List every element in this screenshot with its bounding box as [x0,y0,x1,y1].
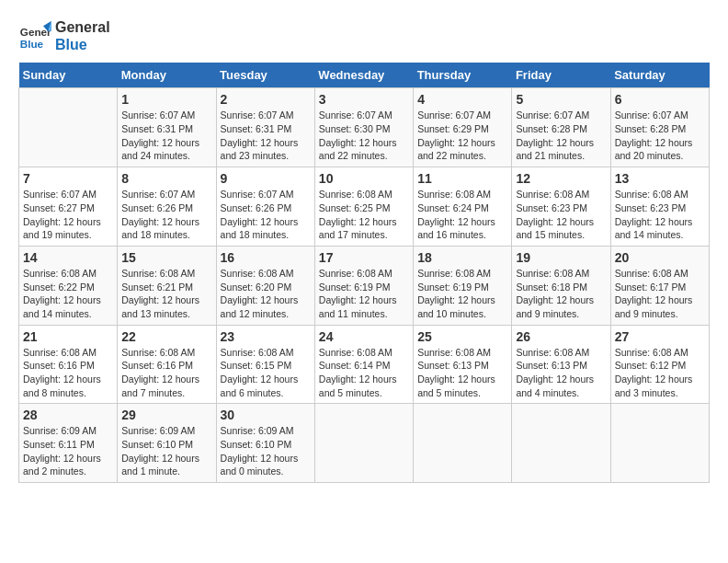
day-info: Sunrise: 6:08 AM Sunset: 6:25 PM Dayligh… [319,188,409,242]
week-row-1: 1Sunrise: 6:07 AM Sunset: 6:31 PM Daylig… [19,88,710,167]
day-info: Sunrise: 6:08 AM Sunset: 6:21 PM Dayligh… [121,267,211,321]
day-info: Sunrise: 6:07 AM Sunset: 6:26 PM Dayligh… [221,188,311,242]
calendar-cell: 25Sunrise: 6:08 AM Sunset: 6:13 PM Dayli… [414,325,512,404]
calendar-cell: 26Sunrise: 6:08 AM Sunset: 6:13 PM Dayli… [512,325,610,404]
day-info: Sunrise: 6:07 AM Sunset: 6:31 PM Dayligh… [221,109,311,163]
calendar-cell [610,404,709,483]
day-number: 8 [121,171,211,186]
day-number: 27 [615,329,705,344]
calendar-cell: 9Sunrise: 6:07 AM Sunset: 6:26 PM Daylig… [216,167,314,247]
day-info: Sunrise: 6:07 AM Sunset: 6:31 PM Dayligh… [121,109,211,163]
day-number: 6 [615,92,705,107]
day-number: 5 [516,92,606,107]
calendar-cell [512,404,610,483]
day-info: Sunrise: 6:09 AM Sunset: 6:11 PM Dayligh… [23,424,113,478]
day-number: 2 [221,92,311,107]
calendar-cell: 29Sunrise: 6:09 AM Sunset: 6:10 PM Dayli… [118,404,216,483]
calendar-cell: 15Sunrise: 6:08 AM Sunset: 6:21 PM Dayli… [118,246,216,325]
day-number: 22 [121,329,211,344]
day-info: Sunrise: 6:08 AM Sunset: 6:17 PM Dayligh… [615,267,705,321]
day-info: Sunrise: 6:08 AM Sunset: 6:12 PM Dayligh… [615,346,705,400]
calendar-cell: 30Sunrise: 6:09 AM Sunset: 6:10 PM Dayli… [216,404,314,483]
day-info: Sunrise: 6:08 AM Sunset: 6:19 PM Dayligh… [417,267,507,321]
day-number: 11 [417,171,507,186]
calendar-cell [414,404,512,483]
day-number: 10 [319,171,409,186]
day-number: 21 [23,329,113,344]
day-header-friday: Friday [512,63,610,88]
day-info: Sunrise: 6:08 AM Sunset: 6:23 PM Dayligh… [516,188,606,242]
calendar-cell: 7Sunrise: 6:07 AM Sunset: 6:27 PM Daylig… [19,167,118,247]
day-header-tuesday: Tuesday [216,63,314,88]
day-info: Sunrise: 6:07 AM Sunset: 6:27 PM Dayligh… [23,188,113,242]
week-row-5: 28Sunrise: 6:09 AM Sunset: 6:11 PM Dayli… [19,404,710,483]
day-number: 25 [417,329,507,344]
day-info: Sunrise: 6:07 AM Sunset: 6:29 PM Dayligh… [417,109,507,163]
day-info: Sunrise: 6:08 AM Sunset: 6:18 PM Dayligh… [516,267,606,321]
day-info: Sunrise: 6:08 AM Sunset: 6:16 PM Dayligh… [23,346,113,400]
calendar-cell [314,404,413,483]
day-number: 13 [615,171,705,186]
day-number: 20 [615,250,705,265]
week-row-4: 21Sunrise: 6:08 AM Sunset: 6:16 PM Dayli… [19,325,710,404]
day-number: 7 [23,171,113,186]
day-number: 18 [417,250,507,265]
calendar-cell: 11Sunrise: 6:08 AM Sunset: 6:24 PM Dayli… [414,167,512,247]
calendar-cell: 10Sunrise: 6:08 AM Sunset: 6:25 PM Dayli… [314,167,413,247]
day-number: 1 [121,92,211,107]
calendar-cell: 2Sunrise: 6:07 AM Sunset: 6:31 PM Daylig… [216,88,314,167]
logo-general: General [55,18,110,36]
day-number: 24 [319,329,409,344]
calendar-cell: 8Sunrise: 6:07 AM Sunset: 6:26 PM Daylig… [118,167,216,247]
day-info: Sunrise: 6:08 AM Sunset: 6:13 PM Dayligh… [516,346,606,400]
day-number: 3 [319,92,409,107]
calendar-cell: 27Sunrise: 6:08 AM Sunset: 6:12 PM Dayli… [610,325,709,404]
calendar-cell: 23Sunrise: 6:08 AM Sunset: 6:15 PM Dayli… [216,325,314,404]
calendar-cell: 3Sunrise: 6:07 AM Sunset: 6:30 PM Daylig… [314,88,413,167]
day-info: Sunrise: 6:08 AM Sunset: 6:23 PM Dayligh… [615,188,705,242]
calendar-cell: 28Sunrise: 6:09 AM Sunset: 6:11 PM Dayli… [19,404,118,483]
day-number: 17 [319,250,409,265]
calendar-cell: 17Sunrise: 6:08 AM Sunset: 6:19 PM Dayli… [314,246,413,325]
calendar-cell: 12Sunrise: 6:08 AM Sunset: 6:23 PM Dayli… [512,167,610,247]
svg-text:Blue: Blue [20,38,44,50]
day-info: Sunrise: 6:08 AM Sunset: 6:20 PM Dayligh… [221,267,311,321]
day-number: 9 [221,171,311,186]
header-row: SundayMondayTuesdayWednesdayThursdayFrid… [19,63,710,88]
day-info: Sunrise: 6:08 AM Sunset: 6:16 PM Dayligh… [121,346,211,400]
day-number: 16 [221,250,311,265]
day-number: 12 [516,171,606,186]
day-info: Sunrise: 6:07 AM Sunset: 6:30 PM Dayligh… [319,109,409,163]
day-info: Sunrise: 6:08 AM Sunset: 6:22 PM Dayligh… [23,267,113,321]
day-number: 14 [23,250,113,265]
day-header-monday: Monday [118,63,216,88]
calendar-cell: 14Sunrise: 6:08 AM Sunset: 6:22 PM Dayli… [19,246,118,325]
day-number: 29 [121,408,211,422]
day-header-wednesday: Wednesday [314,63,413,88]
day-number: 4 [417,92,507,107]
week-row-3: 14Sunrise: 6:08 AM Sunset: 6:22 PM Dayli… [19,246,710,325]
calendar-cell: 1Sunrise: 6:07 AM Sunset: 6:31 PM Daylig… [118,88,216,167]
day-number: 19 [516,250,606,265]
calendar-cell: 6Sunrise: 6:07 AM Sunset: 6:28 PM Daylig… [610,88,709,167]
calendar-cell: 18Sunrise: 6:08 AM Sunset: 6:19 PM Dayli… [414,246,512,325]
calendar-cell: 21Sunrise: 6:08 AM Sunset: 6:16 PM Dayli… [19,325,118,404]
week-row-2: 7Sunrise: 6:07 AM Sunset: 6:27 PM Daylig… [19,167,710,247]
day-info: Sunrise: 6:08 AM Sunset: 6:15 PM Dayligh… [221,346,311,400]
day-info: Sunrise: 6:07 AM Sunset: 6:28 PM Dayligh… [615,109,705,163]
logo-icon: General Blue [18,19,51,52]
day-info: Sunrise: 6:08 AM Sunset: 6:14 PM Dayligh… [319,346,409,400]
day-info: Sunrise: 6:09 AM Sunset: 6:10 PM Dayligh… [221,424,311,478]
calendar-cell: 20Sunrise: 6:08 AM Sunset: 6:17 PM Dayli… [610,246,709,325]
day-number: 15 [121,250,211,265]
day-header-saturday: Saturday [610,63,709,88]
day-info: Sunrise: 6:09 AM Sunset: 6:10 PM Dayligh… [121,424,211,478]
calendar-cell [19,88,118,167]
day-number: 28 [23,408,113,422]
calendar-cell: 4Sunrise: 6:07 AM Sunset: 6:29 PM Daylig… [414,88,512,167]
calendar-cell: 5Sunrise: 6:07 AM Sunset: 6:28 PM Daylig… [512,88,610,167]
logo: General Blue General Blue [18,18,110,53]
day-number: 23 [221,329,311,344]
day-info: Sunrise: 6:08 AM Sunset: 6:13 PM Dayligh… [417,346,507,400]
day-info: Sunrise: 6:08 AM Sunset: 6:24 PM Dayligh… [417,188,507,242]
